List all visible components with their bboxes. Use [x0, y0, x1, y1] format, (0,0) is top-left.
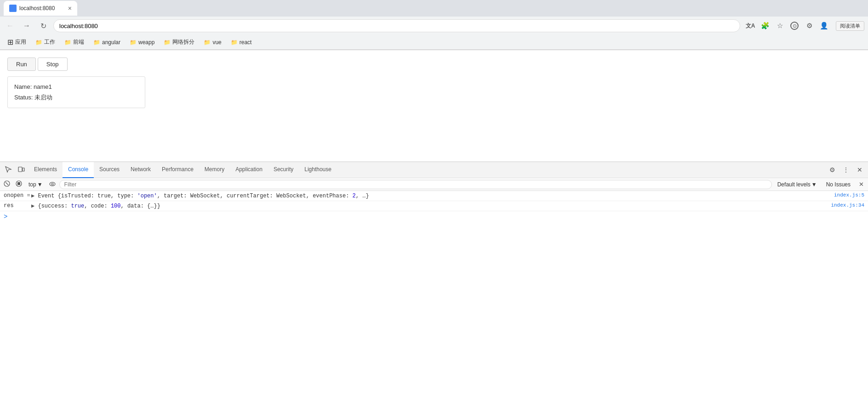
extensions-icon: 🧩 [761, 22, 770, 30]
tab-network[interactable]: Network [125, 162, 156, 178]
folder-icon-work: 📁 [35, 39, 42, 46]
context-dropdown-icon: ▼ [37, 181, 43, 188]
element-picker-button[interactable] [2, 163, 15, 176]
devtools-left-icons [2, 163, 28, 176]
clear-console-button[interactable] [2, 179, 12, 190]
console-line-onopen: onopen = ▶ Event {isTrusted: true, type:… [0, 191, 868, 201]
console-input-line[interactable]: > [0, 211, 868, 222]
reader-list-button[interactable]: 阅读清单 [836, 21, 864, 31]
devtools-settings-icon: ⚙ [829, 166, 835, 173]
bookmark-weapp-label: weapp [138, 39, 154, 46]
settings-button[interactable]: ⚙ [803, 19, 816, 32]
onopen-key: onopen [4, 192, 23, 199]
bookmark-work-label: 工作 [44, 38, 55, 46]
star-icon: ☆ [777, 22, 783, 30]
default-levels-dropdown-icon: ▼ [811, 181, 817, 188]
res-text: {success: true, code: 100, data: {…}} [38, 203, 160, 209]
tab-favicon [9, 5, 17, 12]
browser-chrome: localhost:8080 × ← → ↻ 文A 🧩 ☆ ⊙ [0, 0, 868, 50]
star-button[interactable]: ☆ [773, 19, 786, 32]
devtools-right-icons: ⚙ ⋮ ✕ [826, 163, 866, 176]
profile-circle-button[interactable]: ⊙ [788, 19, 801, 32]
folder-icon-vue: 📁 [204, 39, 211, 46]
back-button[interactable]: ← [4, 19, 17, 32]
console-line-link-2[interactable]: index.js:34 [831, 202, 864, 208]
expand-arrow-1[interactable]: ▶ [31, 193, 38, 199]
res-key: res [4, 202, 14, 209]
tab-lighthouse[interactable]: Lighthouse [299, 162, 337, 178]
tab-performance[interactable]: Performance [156, 162, 199, 178]
profile-circle-icon: ⊙ [790, 22, 799, 30]
bookmark-work[interactable]: 📁 工作 [32, 37, 59, 47]
console-output[interactable]: onopen = ▶ Event {isTrusted: true, type:… [0, 191, 868, 410]
console-line-res: res ▶ {success: true, code: 100, data: {… [0, 201, 868, 211]
reload-button[interactable]: ↻ [37, 19, 50, 32]
svg-rect-5 [17, 182, 20, 185]
stop-button[interactable]: Stop [38, 58, 68, 71]
eye-icon [49, 181, 56, 188]
eye-button[interactable] [47, 179, 57, 190]
console-line-link-1[interactable]: index.js:5 [834, 192, 864, 198]
run-button[interactable]: Run [7, 58, 36, 71]
bookmark-apps-label: 应用 [15, 38, 26, 46]
console-toolbar: top ▼ Default levels ▼ No Issues ✕ [0, 178, 868, 191]
tab-close-button[interactable]: × [68, 5, 72, 12]
tab-sources[interactable]: Sources [94, 162, 125, 178]
tab-security[interactable]: Security [268, 162, 299, 178]
console-line-content-1: ▶ Event {isTrusted: true, type: 'open', … [31, 192, 834, 199]
info-card: Name: name1 Status: 未启动 [7, 76, 145, 108]
svg-point-6 [50, 182, 55, 186]
reload-icon: ↻ [40, 22, 46, 30]
status-value: 未启动 [34, 94, 52, 101]
back-icon: ← [6, 22, 14, 30]
issues-filter-icon: ✕ [859, 181, 864, 188]
default-levels-label: Default levels [777, 181, 811, 188]
filter-input[interactable] [59, 180, 772, 189]
bookmark-react[interactable]: 📁 react [227, 38, 256, 46]
console-input[interactable] [10, 214, 864, 220]
default-levels-button[interactable]: Default levels ▼ [774, 180, 821, 189]
svg-line-3 [6, 182, 8, 185]
preserve-log-button[interactable] [14, 179, 24, 190]
bookmark-angular[interactable]: 📁 angular [90, 38, 124, 46]
tab-bar: localhost:8080 × [0, 0, 868, 17]
svg-rect-1 [23, 168, 24, 171]
bookmark-frontend[interactable]: 📁 前端 [61, 37, 88, 47]
forward-button[interactable]: → [20, 19, 33, 32]
console-line-prefix-1: onopen = [4, 192, 31, 199]
address-input[interactable] [53, 19, 740, 32]
status-label: Status: [14, 94, 33, 101]
tab-console[interactable]: Console [63, 162, 94, 178]
bookmark-vue[interactable]: 📁 vue [200, 38, 225, 46]
context-selector[interactable]: top ▼ [26, 180, 46, 189]
expand-arrow-2[interactable]: ▶ [31, 203, 38, 209]
status-row: Status: 未启动 [14, 92, 138, 103]
devtools-panel: Elements Console Sources Network Perform… [0, 162, 868, 410]
settings-icon: ⚙ [806, 22, 812, 30]
devtools-more-icon: ⋮ [843, 166, 849, 173]
tab-application[interactable]: Application [230, 162, 268, 178]
tab-memory[interactable]: Memory [199, 162, 230, 178]
issues-filter-button[interactable]: ✕ [856, 179, 866, 190]
svg-rect-0 [18, 167, 22, 172]
devtools-close-button[interactable]: ✕ [853, 163, 866, 176]
bookmark-network[interactable]: 📁 网络拆分 [160, 37, 198, 47]
bookmark-vue-label: vue [212, 39, 221, 46]
translate-button[interactable]: 文A [744, 19, 757, 32]
bookmark-weapp[interactable]: 📁 weapp [126, 38, 158, 46]
console-line-content-2: ▶ {success: true, code: 100, data: {…}} [31, 202, 831, 209]
profile-icon: 👤 [820, 22, 828, 30]
devtools-settings-button[interactable]: ⚙ [826, 163, 839, 176]
run-stop-buttons: Run Stop [7, 58, 861, 71]
profile-button[interactable]: 👤 [817, 19, 830, 32]
no-issues-label: No Issues [822, 180, 854, 189]
devtools-tab-bar: Elements Console Sources Network Perform… [0, 162, 868, 178]
tab-elements[interactable]: Elements [29, 162, 63, 178]
bookmark-apps[interactable]: ⊞ 应用 [4, 37, 30, 47]
extensions-button[interactable]: 🧩 [759, 19, 771, 32]
browser-tab[interactable]: localhost:8080 × [4, 1, 77, 16]
onopen-eq: = [27, 192, 30, 199]
element-picker-icon [5, 166, 12, 174]
devtools-more-button[interactable]: ⋮ [839, 163, 852, 176]
device-toolbar-button[interactable] [15, 163, 28, 176]
